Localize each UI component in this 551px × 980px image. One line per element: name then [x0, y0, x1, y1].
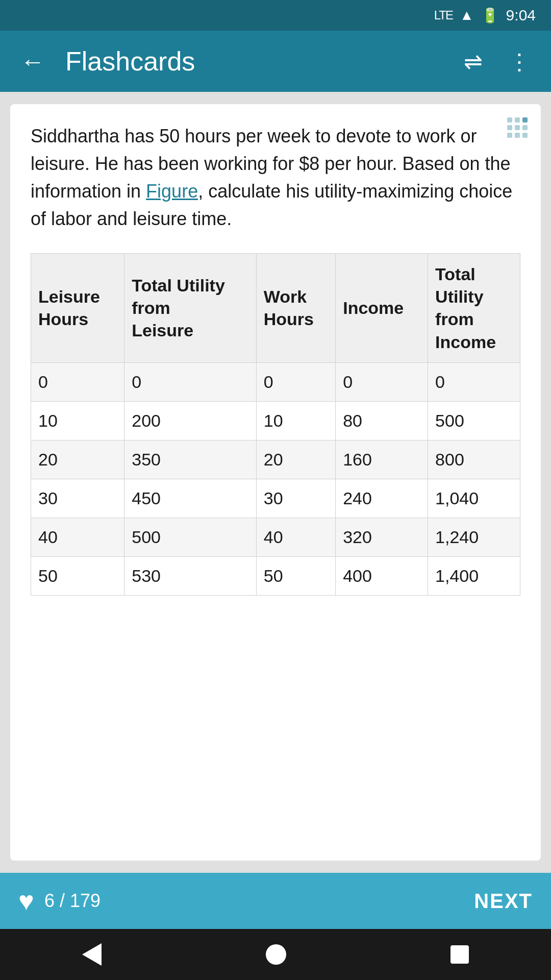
col-header-utility-income: TotalUtilityfromIncome [428, 254, 520, 363]
svg-rect-1 [515, 117, 520, 122]
nav-recent-button[interactable] [450, 945, 469, 964]
battery-icon: 🔋 [481, 7, 499, 24]
table-cell: 200 [124, 401, 257, 440]
data-table: LeisureHours Total UtilityfromLeisure Wo… [31, 253, 520, 596]
card-options-icon[interactable] [506, 116, 529, 143]
signal-icon: ▲ [460, 7, 474, 23]
table-cell: 500 [124, 518, 257, 556]
nav-bar [0, 929, 551, 980]
table-cell: 10 [256, 401, 335, 440]
table-cell: 1,400 [428, 556, 520, 595]
svg-rect-4 [515, 125, 520, 130]
table-cell: 1,240 [428, 518, 520, 556]
time-display: 9:04 [506, 7, 536, 24]
table-row: 2035020160800 [31, 440, 520, 479]
table-cell: 0 [336, 362, 428, 401]
table-cell: 400 [336, 556, 428, 595]
table-cell: 1,040 [428, 479, 520, 518]
app-title: Flashcards [65, 46, 443, 77]
svg-rect-8 [522, 133, 528, 138]
next-button[interactable]: NEXT [474, 890, 533, 913]
main-content: Siddhartha has 50 hours per week to devo… [0, 92, 551, 873]
nav-home-button[interactable] [266, 944, 286, 965]
table-cell: 30 [31, 479, 124, 518]
lte-icon: LTE [434, 8, 453, 22]
table-row: 00000 [31, 362, 520, 401]
col-header-work-hours: WorkHours [256, 254, 335, 363]
table-cell: 0 [31, 362, 124, 401]
svg-rect-3 [507, 125, 512, 130]
table-cell: 0 [428, 362, 520, 401]
svg-rect-6 [507, 133, 512, 138]
app-bar: ← Flashcards ⇌ ⋮ [0, 31, 551, 92]
table-cell: 0 [256, 362, 335, 401]
table-cell: 160 [336, 440, 428, 479]
svg-rect-2 [522, 117, 528, 122]
table-cell: 0 [124, 362, 257, 401]
table-cell: 10 [31, 401, 124, 440]
col-header-utility-leisure: Total UtilityfromLeisure [124, 254, 257, 363]
favorite-button[interactable]: ♥ [18, 886, 34, 916]
nav-back-button[interactable] [82, 943, 102, 966]
card-counter: 6 / 179 [44, 890, 474, 912]
table-cell: 320 [336, 518, 428, 556]
table-cell: 350 [124, 440, 257, 479]
table-cell: 50 [256, 556, 335, 595]
svg-rect-5 [522, 125, 528, 130]
table-cell: 80 [336, 401, 428, 440]
col-header-income: Income [336, 254, 428, 363]
svg-rect-0 [507, 117, 512, 122]
flashcard: Siddhartha has 50 hours per week to devo… [10, 104, 541, 861]
back-button[interactable]: ← [15, 42, 50, 81]
svg-rect-7 [515, 133, 520, 138]
table-row: 30450302401,040 [31, 479, 520, 518]
table-cell: 30 [256, 479, 335, 518]
table-cell: 20 [31, 440, 124, 479]
table-row: 40500403201,240 [31, 518, 520, 556]
table-cell: 450 [124, 479, 257, 518]
bottom-bar: ♥ 6 / 179 NEXT [0, 873, 551, 929]
table-cell: 40 [31, 518, 124, 556]
table-row: 50530504001,400 [31, 556, 520, 595]
card-question: Siddhartha has 50 hours per week to devo… [31, 122, 520, 233]
more-menu-button[interactable]: ⋮ [503, 43, 536, 80]
table-cell: 530 [124, 556, 257, 595]
status-bar: LTE ▲ 🔋 9:04 [0, 0, 551, 31]
table-cell: 240 [336, 479, 428, 518]
table-cell: 500 [428, 401, 520, 440]
shuffle-button[interactable]: ⇌ [459, 43, 488, 80]
figure-link[interactable]: Figure [146, 181, 198, 202]
table-cell: 20 [256, 440, 335, 479]
table-cell: 40 [256, 518, 335, 556]
table-header-row: LeisureHours Total UtilityfromLeisure Wo… [31, 254, 520, 363]
col-header-leisure-hours: LeisureHours [31, 254, 124, 363]
table-row: 102001080500 [31, 401, 520, 440]
table-cell: 800 [428, 440, 520, 479]
status-bar-right: LTE ▲ 🔋 9:04 [434, 7, 536, 24]
table-cell: 50 [31, 556, 124, 595]
